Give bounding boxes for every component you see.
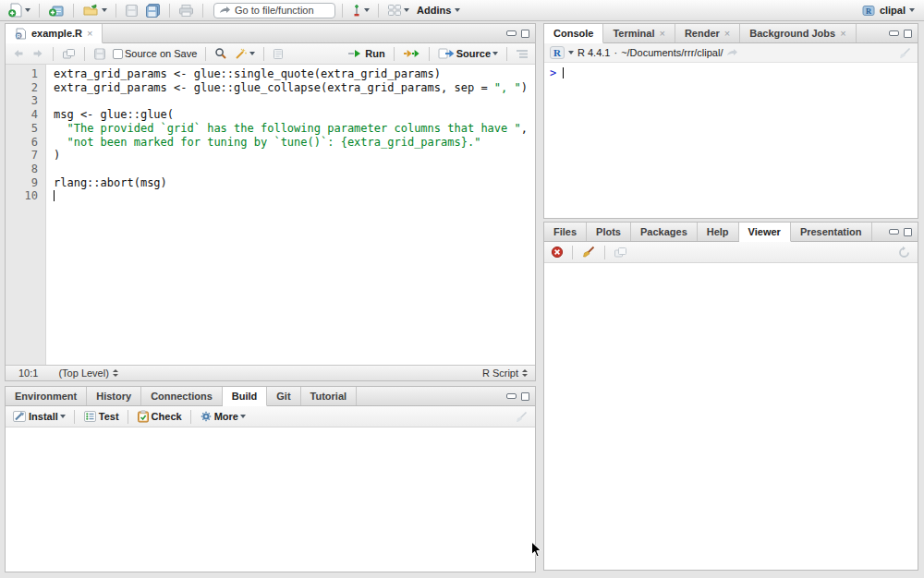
code-line[interactable]: extra_grid_params <- glue::glue_collapse…: [54, 81, 535, 95]
source-caret: [492, 52, 498, 55]
minimize-icon[interactable]: [506, 30, 517, 36]
find-replace-button[interactable]: [213, 46, 229, 61]
tab-label: Git: [276, 391, 290, 402]
code-lines[interactable]: extra_grid_params <- glue::single_quote(…: [46, 65, 535, 365]
stop-viewer-button[interactable]: [549, 245, 565, 259]
workspace-panes-button[interactable]: [385, 3, 411, 18]
source-on-save-checkbox[interactable]: Source on Save: [111, 47, 199, 60]
source-button[interactable]: Source: [436, 47, 500, 60]
tab-git[interactable]: Git: [267, 387, 300, 405]
minimize-icon[interactable]: [889, 229, 899, 235]
print-button[interactable]: [176, 3, 196, 18]
scope-selector[interactable]: (Top Level): [58, 367, 117, 379]
project-selector[interactable]: R clipal: [857, 4, 918, 18]
tab-example-r[interactable]: R example.R ×: [6, 24, 103, 43]
tab-render[interactable]: Render×: [675, 24, 740, 42]
tab-close-icon[interactable]: ×: [659, 28, 664, 39]
check-button[interactable]: Check: [135, 409, 184, 424]
tab-close-icon[interactable]: ×: [724, 28, 730, 39]
code-line[interactable]: msg <- glue::glue(: [54, 108, 535, 122]
rerun-button[interactable]: [401, 48, 422, 59]
save-all-icon: [145, 3, 161, 18]
tab-tutorial[interactable]: Tutorial: [301, 387, 358, 405]
goto-file-input[interactable]: [235, 5, 330, 16]
popout-window-button[interactable]: [60, 47, 78, 61]
compile-report-button[interactable]: [271, 47, 286, 61]
code-line[interactable]: "not been marked for tuning by `tune()`:…: [54, 136, 535, 150]
r-version-caret[interactable]: [568, 51, 574, 54]
code-line[interactable]: rlang::abort(msg): [54, 176, 535, 190]
tab-plots[interactable]: Plots: [587, 223, 631, 241]
r-logo-icon[interactable]: R: [550, 46, 565, 59]
version-control-button[interactable]: [349, 3, 371, 18]
line-number: 1: [6, 67, 38, 81]
clear-viewer-button[interactable]: [579, 245, 598, 259]
tab-label: Environment: [15, 391, 77, 402]
tab-console[interactable]: Console: [544, 24, 603, 43]
install-label: Install: [29, 411, 58, 422]
console-input-area[interactable]: >: [544, 63, 918, 83]
code-tools-button[interactable]: [232, 46, 257, 61]
tab-build[interactable]: Build: [223, 387, 268, 406]
maximize-icon[interactable]: [904, 228, 912, 236]
code-text: ,: [521, 122, 528, 135]
back-button[interactable]: [10, 47, 27, 60]
test-button[interactable]: Test: [81, 409, 121, 424]
tab-close-icon[interactable]: ×: [87, 28, 92, 39]
tab-viewer[interactable]: Viewer: [739, 223, 791, 242]
goto-file-search[interactable]: [213, 3, 335, 18]
editor-tabstrip: R example.R ×: [6, 24, 535, 43]
maximize-icon[interactable]: [521, 30, 529, 38]
tab-terminal[interactable]: Terminal×: [603, 24, 675, 42]
editor-save-button[interactable]: [91, 47, 108, 61]
new-file-button[interactable]: [6, 2, 32, 18]
new-project-button[interactable]: [46, 2, 67, 18]
code-line[interactable]: [54, 189, 535, 203]
tab-help[interactable]: Help: [698, 223, 739, 241]
tab-environment[interactable]: Environment: [6, 387, 87, 405]
code-line[interactable]: [54, 94, 535, 108]
code-line[interactable]: extra_grid_params <- glue::single_quote(…: [54, 67, 535, 81]
save-all-button[interactable]: [143, 2, 163, 18]
r-file-icon: R: [15, 28, 27, 40]
file-type-selector[interactable]: R Script: [482, 367, 528, 379]
divider: [53, 47, 54, 61]
tab-label: Render: [685, 28, 720, 39]
install-caret: [60, 415, 66, 418]
tab-label: Viewer: [748, 226, 781, 237]
maximize-icon[interactable]: [521, 392, 529, 401]
open-folder-icon: [82, 3, 100, 18]
code-editor[interactable]: 12345678910 extra_grid_params <- glue::s…: [6, 65, 535, 365]
code-text: rlang::abort(msg): [54, 176, 167, 189]
clear-build-button[interactable]: [513, 410, 530, 424]
tab-close-icon[interactable]: ×: [840, 28, 845, 39]
run-button[interactable]: Run: [346, 47, 386, 60]
install-button[interactable]: Install: [10, 409, 67, 424]
goto-directory-icon[interactable]: [726, 48, 738, 57]
save-button[interactable]: [123, 3, 140, 18]
tab-label: Console: [553, 28, 593, 39]
viewer-popout-button[interactable]: [612, 246, 629, 259]
tab-files[interactable]: Files: [544, 223, 587, 241]
forward-button[interactable]: [30, 47, 46, 60]
code-line[interactable]: "The provided `grid` has the following p…: [54, 122, 535, 136]
code-line[interactable]: [54, 163, 535, 176]
more-button[interactable]: More: [198, 409, 248, 424]
line-number: 8: [6, 163, 38, 176]
open-file-button[interactable]: [80, 2, 109, 18]
addins-menu[interactable]: Addins: [414, 5, 463, 16]
code-line[interactable]: ): [54, 149, 535, 163]
refresh-viewer-button[interactable]: [895, 245, 913, 260]
tab-connections[interactable]: Connections: [141, 387, 223, 405]
document-outline-button[interactable]: [514, 48, 530, 60]
file-type-spinner-icon: [522, 369, 528, 377]
clear-console-button[interactable]: [898, 47, 912, 59]
maximize-icon[interactable]: [904, 30, 912, 38]
tab-history[interactable]: History: [87, 387, 141, 405]
editor-window-buttons: [506, 24, 529, 42]
tab-packages[interactable]: Packages: [631, 223, 698, 241]
minimize-icon[interactable]: [889, 30, 899, 36]
tab-presentation[interactable]: Presentation: [791, 223, 872, 241]
minimize-icon[interactable]: [506, 393, 517, 399]
tab-background-jobs[interactable]: Background Jobs×: [740, 24, 856, 42]
